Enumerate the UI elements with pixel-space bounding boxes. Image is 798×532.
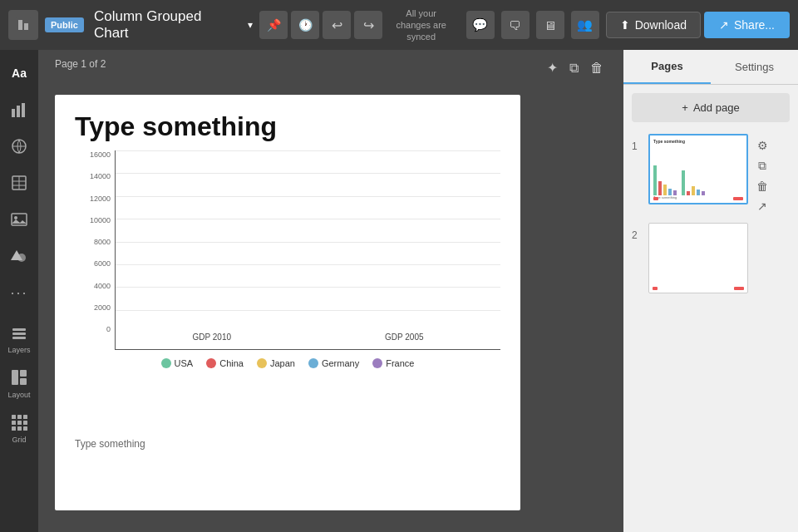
copy-button[interactable]: ⧉	[566, 58, 582, 77]
svg-rect-28	[12, 426, 16, 431]
redo-button[interactable]: ↪	[354, 11, 382, 39]
topbar: Public Column Grouped Chart ▾ 📌 🕐 ↩ ↪ Al…	[0, 0, 798, 50]
y-label-16000: 16000	[90, 150, 111, 159]
chat-button[interactable]: 🗨	[501, 11, 530, 39]
public-badge[interactable]: Public	[45, 17, 84, 32]
share-label: Share...	[734, 18, 775, 32]
svg-rect-24	[23, 415, 27, 419]
sidebar-item-chart[interactable]	[4, 95, 34, 125]
page-number-1: 1	[632, 134, 642, 152]
legend-label-germany: Germany	[322, 358, 359, 368]
sidebar-item-layout[interactable]: Layout	[7, 366, 31, 399]
comments-button[interactable]: 💬	[466, 11, 495, 39]
add-page-button[interactable]: + Add page	[632, 93, 790, 122]
svg-rect-23	[17, 415, 22, 419]
y-label-10000: 10000	[90, 216, 111, 224]
share-icon: ↗	[719, 18, 729, 32]
page-thumb-2[interactable]	[648, 223, 748, 293]
y-label-6000: 6000	[94, 259, 111, 268]
app-logo[interactable]	[8, 10, 38, 40]
svg-rect-19	[12, 370, 18, 385]
layers-label: Layers	[7, 346, 30, 354]
screen-button[interactable]: 🖥	[536, 11, 564, 39]
svg-rect-0	[16, 17, 31, 32]
people-button[interactable]: 👥	[571, 11, 599, 39]
sidebar-item-text[interactable]: Aa	[4, 58, 34, 88]
thumb-red-dot-right-1	[733, 197, 743, 200]
download-icon: ⬆	[620, 18, 630, 32]
legend-france: France	[372, 358, 414, 368]
thumb-red-dot-right-2	[734, 287, 744, 290]
chevron-down-icon[interactable]: ▾	[248, 19, 253, 31]
page-delete-button-1[interactable]: 🗑	[755, 178, 770, 195]
page-row-1: 1 Type something	[632, 134, 790, 214]
sidebar-item-table[interactable]	[4, 168, 34, 198]
svg-rect-1	[18, 20, 22, 30]
page-actions-1: ⚙ ⧉ 🗑 ↗	[755, 134, 770, 214]
thumb-title-1: Type something	[653, 139, 743, 144]
svg-rect-30	[23, 426, 27, 431]
y-label-12000: 12000	[90, 195, 111, 203]
svg-rect-27	[23, 421, 27, 425]
tab-pages[interactable]: Pages	[623, 50, 711, 84]
legend-dot-china	[206, 358, 216, 368]
svg-rect-25	[12, 421, 16, 425]
canvas-area: Page 1 of 2 ✦ ⧉ 🗑 Type something 16000 1…	[38, 50, 623, 532]
plus-icon: +	[682, 101, 688, 114]
action-buttons: ⬆ Download ↗ Share...	[606, 12, 790, 38]
legend-label-china: China	[219, 358, 244, 368]
download-label: Download	[635, 18, 687, 32]
legend-germany: Germany	[308, 358, 359, 368]
delete-button[interactable]: 🗑	[587, 58, 607, 77]
thumb-footer-1: Type something	[653, 195, 743, 200]
page-copy-button-1[interactable]: ⧉	[755, 157, 770, 175]
grid-label: Grid	[12, 436, 26, 444]
legend-china: China	[206, 358, 244, 368]
legend-dot-germany	[308, 358, 318, 368]
legend-japan: Japan	[257, 358, 295, 368]
sync-status: All your changes are synced	[396, 7, 446, 43]
svg-rect-4	[17, 106, 20, 117]
x-label-gdp2005: GDP 2005	[308, 332, 501, 349]
sidebar-item-map[interactable]	[4, 131, 34, 161]
left-sidebar: Aa ··· Layers Layout	[0, 50, 38, 532]
svg-point-13	[14, 216, 17, 219]
sidebar-item-image[interactable]	[4, 204, 34, 234]
sidebar-item-shapes[interactable]	[4, 241, 34, 271]
undo-button[interactable]: ↩	[323, 11, 351, 39]
doc-title: Column Grouped Chart	[94, 8, 239, 42]
sidebar-item-layers[interactable]: Layers	[7, 321, 31, 354]
svg-rect-21	[20, 378, 27, 385]
page-export-button-1[interactable]: ↗	[755, 198, 770, 214]
page-row-2: 2	[632, 223, 790, 293]
legend-dot-japan	[257, 358, 267, 368]
svg-rect-16	[12, 328, 26, 331]
magic-wand-button[interactable]: ✦	[544, 58, 561, 77]
svg-rect-3	[12, 109, 15, 117]
more-icon[interactable]: ···	[4, 278, 34, 308]
sidebar-item-grid[interactable]: Grid	[7, 411, 31, 444]
legend-label-france: France	[386, 358, 414, 368]
pin-button[interactable]: 📌	[259, 11, 288, 39]
layout-label: Layout	[7, 391, 30, 399]
add-page-label: Add page	[693, 101, 740, 114]
y-label-4000: 4000	[94, 282, 111, 290]
slide-canvas: Type something 16000 14000 12000 10000 8…	[55, 95, 520, 510]
tab-settings[interactable]: Settings	[711, 50, 798, 84]
slide-title[interactable]: Type something	[75, 111, 500, 142]
main-area: Aa ··· Layers Layout	[0, 50, 798, 532]
y-label-14000: 14000	[90, 172, 111, 180]
download-button[interactable]: ⬆ Download	[606, 12, 701, 38]
share-button[interactable]: ↗ Share...	[704, 12, 790, 38]
y-label-2000: 2000	[94, 303, 111, 312]
page-settings-button-1[interactable]: ⚙	[755, 137, 770, 154]
page-number-2: 2	[632, 223, 642, 241]
page-thumb-1[interactable]: Type something	[648, 134, 748, 204]
svg-rect-20	[20, 370, 27, 377]
panel-content: + Add page 1 Type something	[623, 85, 798, 532]
clock-button[interactable]: 🕐	[291, 11, 319, 39]
y-label-0: 0	[106, 325, 111, 333]
legend-label-japan: Japan	[270, 358, 295, 368]
svg-rect-29	[17, 426, 22, 431]
svg-rect-18	[12, 337, 26, 339]
